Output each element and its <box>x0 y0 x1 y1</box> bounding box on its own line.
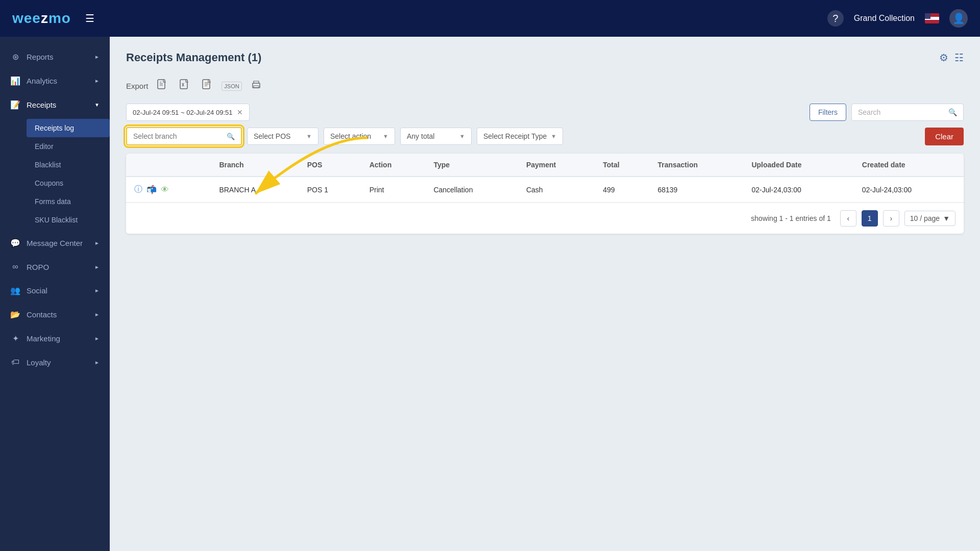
flag-icon <box>925 13 939 23</box>
filters-button[interactable]: Filters <box>810 104 846 121</box>
analytics-icon: 📊 <box>10 76 20 86</box>
ropo-icon: ∞ <box>10 262 20 271</box>
per-page-text: 10 / page <box>910 214 940 222</box>
marketing-icon: ✦ <box>10 334 20 343</box>
sidebar-item-label: ROPO <box>27 263 49 271</box>
export-pdf-button[interactable] <box>154 77 170 95</box>
chevron-down-icon: ▼ <box>94 102 100 108</box>
export-label: Export <box>126 82 148 90</box>
sidebar-item-message-center[interactable]: 💬 Message Center ► <box>0 231 110 255</box>
help-icon[interactable]: ? <box>827 10 844 27</box>
sidebar-item-analytics[interactable]: 📊 Analytics ► <box>0 69 110 93</box>
sidebar-item-contacts[interactable]: 📂 Contacts ► <box>0 303 110 327</box>
settings-icon[interactable]: ⚙ <box>939 52 948 64</box>
branch-select-dropdown[interactable]: 🔍 <box>126 127 242 145</box>
table-row: ⓘ 📬 👁 BRANCH A POS 1 Print Cancellation … <box>126 177 964 203</box>
action-cell: Print <box>361 177 426 203</box>
data-table: Branch POS Action Type Payment Total Tra… <box>126 154 964 234</box>
sidebar-item-label: Receipts <box>27 101 56 109</box>
contacts-icon: 📂 <box>10 310 20 319</box>
total-select-dropdown[interactable]: Any total ▼ <box>400 128 472 145</box>
action-select-dropdown[interactable]: Select action ▼ <box>324 128 395 145</box>
sidebar-item-loyalty[interactable]: 🏷 Loyalty ► <box>0 350 110 374</box>
col-transaction: Transaction <box>649 154 743 177</box>
search-icon: 🔍 <box>948 108 957 116</box>
svg-rect-1 <box>180 80 187 89</box>
pagination-info: showing 1 - 1 entries of 1 <box>751 214 830 222</box>
created-date-cell: 02-Jul-24,03:00 <box>854 177 964 203</box>
col-created-date: Created date <box>854 154 964 177</box>
sidebar-sub-receipts-log[interactable]: Receipts log <box>27 119 110 137</box>
pagination-prev-button[interactable]: ‹ <box>840 210 856 227</box>
sidebar-sub-forms-data[interactable]: Forms data <box>27 192 110 211</box>
reports-icon: ⊛ <box>10 52 20 62</box>
search-icon: 🔍 <box>227 133 235 140</box>
export-excel-button[interactable] <box>177 77 193 95</box>
clear-button[interactable]: Clear <box>925 128 964 145</box>
col-action: Action <box>361 154 426 177</box>
top-filter-row: 02-Jul-24 09:51 ~ 02-Jul-24 09:51 ✕ Filt… <box>126 104 964 121</box>
hamburger-icon[interactable]: ☰ <box>85 12 94 24</box>
chevron-right-icon: ► <box>94 78 100 84</box>
main-layout: ⊛ Reports ► 📊 Analytics ► 📝 Receipts ▼ R… <box>0 37 980 551</box>
page-title: Receipts Management (1) <box>126 51 261 64</box>
branch-select-input[interactable] <box>133 132 223 140</box>
sidebar-sub-blacklist[interactable]: Blacklist <box>27 156 110 174</box>
header-icons: ⚙ ☷ <box>939 52 964 64</box>
info-icon[interactable]: ⓘ <box>134 184 142 195</box>
chevron-down-icon: ▼ <box>943 214 950 222</box>
col-actions <box>126 154 211 177</box>
sidebar-item-ropo[interactable]: ∞ ROPO ► <box>0 255 110 279</box>
sidebar-sub-coupons[interactable]: Coupons <box>27 174 110 192</box>
chevron-right-icon: ► <box>94 312 100 317</box>
pos-cell: POS 1 <box>299 177 361 203</box>
per-page-select[interactable]: 10 / page ▼ <box>904 211 955 226</box>
sidebar-item-label: Reports <box>27 53 54 61</box>
col-payment: Payment <box>518 154 595 177</box>
sidebar-item-receipts[interactable]: 📝 Receipts ▼ <box>0 93 110 117</box>
sidebar-item-reports[interactable]: ⊛ Reports ► <box>0 45 110 69</box>
view-toggle-icon[interactable]: ☷ <box>954 52 964 64</box>
action-select-text: Select action <box>330 132 371 140</box>
pagination-row: showing 1 - 1 entries of 1 ‹ 1 › 10 / pa… <box>126 203 964 234</box>
export-doc-button[interactable] <box>199 77 215 95</box>
receipt-type-select-text: Select Receipt Type <box>483 132 547 140</box>
pagination-page-1-button[interactable]: 1 <box>862 210 878 227</box>
message-center-icon: 💬 <box>10 238 20 248</box>
search-placeholder-text: Search <box>858 108 880 116</box>
eye-icon[interactable]: 👁 <box>161 185 169 194</box>
controls-row: 🔍 Select POS ▼ Select action ▼ Any total… <box>126 127 964 145</box>
chevron-right-icon: ► <box>94 240 100 246</box>
sidebar-item-label: Loyalty <box>27 358 51 367</box>
date-range-close-icon[interactable]: ✕ <box>237 108 243 116</box>
pagination-next-button[interactable]: › <box>883 210 899 227</box>
sidebar-sub-editor[interactable]: Editor <box>27 137 110 156</box>
table-header: Branch POS Action Type Payment Total Tra… <box>126 154 964 177</box>
table-body: ⓘ 📬 👁 BRANCH A POS 1 Print Cancellation … <box>126 177 964 203</box>
export-json-button[interactable]: JSON <box>222 82 241 91</box>
pos-select-dropdown[interactable]: Select POS ▼ <box>247 128 318 145</box>
col-pos: POS <box>299 154 361 177</box>
col-branch: Branch <box>211 154 299 177</box>
sidebar-item-social[interactable]: 👥 Social ► <box>0 279 110 303</box>
col-type: Type <box>425 154 518 177</box>
receipt-type-select-dropdown[interactable]: Select Receipt Type ▼ <box>477 128 563 145</box>
sidebar-item-label: Contacts <box>27 310 57 319</box>
type-cell: Cancellation <box>425 177 518 203</box>
header-row: Branch POS Action Type Payment Total Tra… <box>126 154 964 177</box>
chevron-down-icon: ▼ <box>383 133 388 139</box>
date-range-badge[interactable]: 02-Jul-24 09:51 ~ 02-Jul-24 09:51 ✕ <box>126 104 250 121</box>
social-icon: 👥 <box>10 286 20 295</box>
search-box[interactable]: Search 🔍 <box>851 104 964 121</box>
row-action-buttons: ⓘ 📬 👁 <box>134 184 203 195</box>
chevron-right-icon: ► <box>94 54 100 60</box>
receipt-icon[interactable]: 📬 <box>146 185 157 194</box>
topbar-right: ? Grand Collection 👤 <box>827 9 968 28</box>
sidebar-item-marketing[interactable]: ✦ Marketing ► <box>0 327 110 350</box>
sidebar-item-label: Analytics <box>27 77 57 85</box>
loyalty-icon: 🏷 <box>10 358 20 367</box>
export-print-button[interactable] <box>248 77 264 95</box>
receipts-table: Branch POS Action Type Payment Total Tra… <box>126 154 964 203</box>
user-avatar-icon[interactable]: 👤 <box>949 9 968 28</box>
sidebar-sub-sku-blacklist[interactable]: SKU Blacklist <box>27 211 110 229</box>
